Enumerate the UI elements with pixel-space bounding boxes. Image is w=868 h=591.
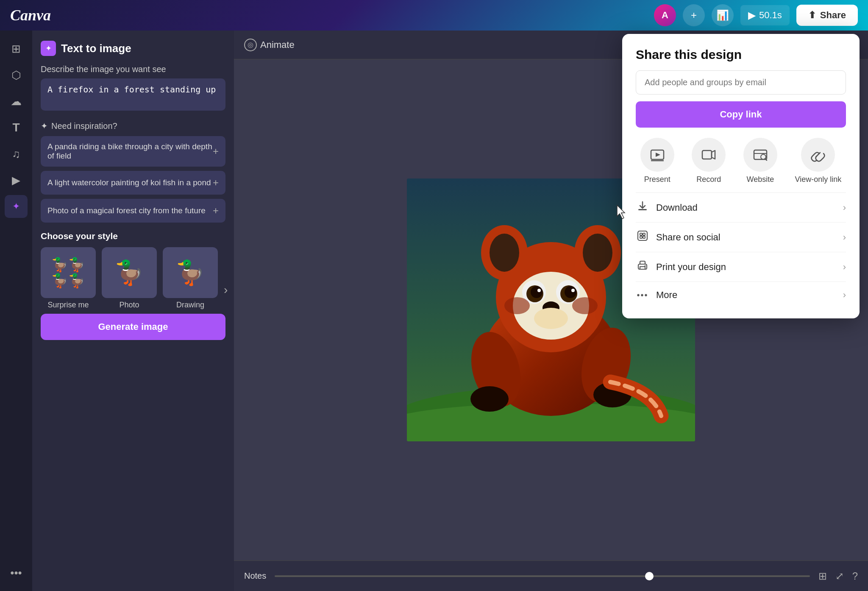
inspiration-item-2[interactable]: Photo of a magical forest city from the … [41,199,225,223]
share-icons-row: Present Record Website [636,138,846,184]
prompt-input[interactable]: A firefox in a forest standing up [41,78,225,111]
topbar: Canva A + 📊 ▶ 50.1s ⬆ Share [0,0,868,31]
viewonly-label: View-only link [795,175,841,184]
zoom-slider[interactable] [275,575,810,577]
sidebar-more-button[interactable]: ••• [5,561,28,584]
elements-icon: ⬡ [11,69,21,82]
duration-label: 50.1s [759,10,782,21]
generate-image-button[interactable]: Generate image [41,314,225,340]
style-grid: 🦆🦆🦆🦆 Surprise me 🦆 Photo 🦆 Drawing › [41,247,225,309]
style-item-surprise[interactable]: 🦆🦆🦆🦆 Surprise me [41,247,96,309]
more-chevron: › [843,290,846,301]
sidebar-item-uploads[interactable]: ☁ [5,90,28,113]
share-icon-present[interactable]: Present [640,138,674,184]
style-label-surprise: Surprise me [47,301,89,309]
sidebar-item-elements[interactable]: ⬡ [5,64,28,86]
record-icon [701,147,717,163]
svg-point-15 [565,286,576,298]
download-action-left: Download [636,201,698,215]
style-thumb-surprise: 🦆🦆🦆🦆 [41,247,96,298]
website-label: Website [747,175,774,184]
share-panel: Share this design Copy link Present Reco… [622,34,860,318]
help-button[interactable]: ? [852,570,858,582]
svg-rect-37 [638,231,647,240]
svg-marker-27 [656,153,660,157]
share-button[interactable]: ⬆ Share [796,5,858,26]
notes-label: Notes [244,571,266,581]
style-section-title: Choose your style [41,231,225,241]
style-label-drawing: Drawing [176,301,204,309]
panel-title: Text to image [61,42,131,55]
share-action-download[interactable]: Download › [636,193,846,223]
inspiration-text-2: Photo of a magical forest city from the … [47,206,213,215]
sidebar-item-home[interactable]: ⊞ [5,37,28,60]
inspiration-add-2[interactable]: + [213,205,219,217]
present-label: Present [644,175,670,184]
analytics-button[interactable]: 📊 [712,4,734,26]
svg-rect-43 [640,267,645,269]
svg-line-34 [816,153,820,157]
slider-container [275,575,810,577]
inspiration-header: ✦ Need inspiration? [41,121,225,131]
present-icon-circle [640,138,674,172]
grid-view-button[interactable]: ⊞ [818,570,827,582]
share-action-social[interactable]: Share on social › [636,223,846,252]
style-item-drawing[interactable]: 🦆 Drawing [163,247,218,309]
share-icon-viewonly[interactable]: View-only link [795,138,841,184]
add-button[interactable]: + [683,4,705,26]
style-item-photo[interactable]: 🦆 Photo [102,247,157,309]
play-button[interactable]: ▶ 50.1s [740,5,790,25]
style-label-photo: Photo [119,301,139,309]
social-chevron: › [843,232,846,243]
link-icon [810,147,826,163]
sidebar-item-text[interactable]: T [5,116,28,139]
svg-point-21 [572,297,598,314]
copy-link-button[interactable]: Copy link [636,101,846,128]
share-action-print[interactable]: Print your design › [636,252,846,282]
inspiration-item-1[interactable]: A light watercolor painting of koi fish … [41,171,225,195]
more-action-left: ••• More [636,290,677,301]
record-icon-circle [692,138,726,172]
sidebar-item-apps[interactable]: ✦ [5,195,28,218]
avatar-button[interactable]: A [654,4,676,26]
svg-point-16 [537,289,541,292]
animate-label: Animate [260,39,295,50]
panel-icon: ✦ [41,41,56,56]
more-label: More [656,290,677,301]
svg-point-17 [571,289,575,292]
print-icon [636,260,649,274]
svg-rect-40 [640,236,642,238]
inspiration-text-1: A light watercolor painting of koi fish … [47,178,213,187]
svg-point-19 [534,308,568,329]
style-more-button[interactable]: › [224,283,228,297]
print-chevron: › [843,262,846,273]
social-label: Share on social [656,232,721,243]
inspiration-item-0[interactable]: A panda riding a bike through a city wit… [41,136,225,167]
share-icon-record[interactable]: Record [692,138,726,184]
website-icon [752,147,768,163]
apps-icon: ✦ [12,201,20,212]
play-icon: ▶ [748,9,756,21]
fullscreen-button[interactable]: ⤢ [835,570,844,582]
animate-button[interactable]: ◎ Animate [244,39,295,51]
inspiration-add-1[interactable]: + [213,177,219,189]
home-icon: ⊞ [11,42,21,56]
sidebar-item-audio[interactable]: ♫ [5,142,28,165]
share-email-input[interactable] [636,70,846,95]
download-chevron: › [843,202,846,213]
inspiration-add-0[interactable]: + [213,145,219,157]
svg-point-44 [645,265,646,267]
svg-point-24 [470,386,509,412]
inspiration-icon: ✦ [41,121,48,131]
share-action-more[interactable]: ••• More › [636,282,846,308]
panel-header: ✦ Text to image [41,41,225,56]
viewonly-icon-circle [801,138,835,172]
video-icon: ▶ [12,174,20,187]
prompt-label: Describe the image you want see [41,64,225,74]
share-icon-website[interactable]: Website [743,138,777,184]
record-label: Record [696,175,721,184]
sidebar-item-video[interactable]: ▶ [5,169,28,192]
download-label: Download [656,202,698,213]
left-sidebar: ⊞ ⬡ ☁ T ♫ ▶ ✦ ••• [0,31,32,591]
svg-rect-36 [638,209,647,210]
